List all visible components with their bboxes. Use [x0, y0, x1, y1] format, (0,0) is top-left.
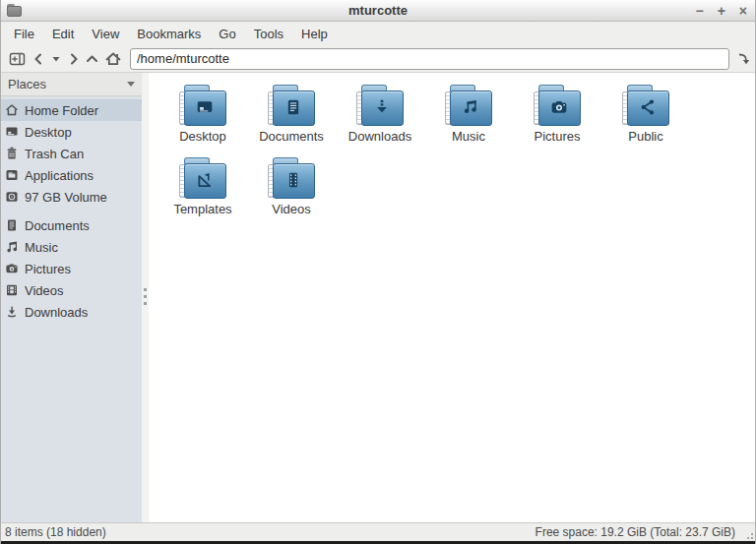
side-pane-header-label: Places [8, 77, 127, 91]
public-share-emblem-icon [639, 98, 657, 116]
trash-icon [5, 147, 19, 160]
sidebar-item-trash-can[interactable]: Trash Can [1, 143, 142, 164]
file-label: Documents [259, 129, 324, 144]
sidebar-item-label: Videos [25, 283, 64, 298]
sidebar-item-label: 97 GB Volume [25, 190, 107, 205]
sidebar-item-label: Documents [25, 218, 90, 233]
free-space-status: Free space: 19.2 GiB (Total: 23.7 GiB) [536, 525, 735, 539]
menu-help[interactable]: Help [292, 24, 337, 44]
sidebar-item-downloads[interactable]: Downloads [1, 301, 142, 323]
sidebar-item-label: Downloads [25, 305, 88, 320]
side-pane: Places Home Folder [1, 73, 142, 522]
folder-view[interactable]: Desktop Documents [149, 73, 755, 522]
templates-emblem-icon [196, 171, 214, 189]
file-item-videos[interactable]: Videos [247, 157, 336, 230]
file-item-desktop[interactable]: Desktop [158, 85, 247, 157]
sidebar-item-music[interactable]: Music [1, 236, 142, 258]
menu-go[interactable]: Go [210, 24, 244, 44]
menu-bar: File Edit View Bookmarks Go Tools Help [1, 22, 755, 45]
documents-folder-icon [268, 85, 315, 126]
resize-grip[interactable] [743, 529, 753, 539]
sidebar-item-label: Home Folder [25, 103, 98, 118]
go-jump-button[interactable] [734, 47, 752, 71]
places-list: Home Folder Desktop [1, 96, 142, 323]
file-item-public[interactable]: Public [601, 85, 690, 157]
file-label: Music [452, 129, 485, 144]
menu-file[interactable]: File [5, 24, 43, 44]
new-tab-button[interactable] [4, 47, 30, 71]
home-icon [5, 103, 19, 117]
menu-tools[interactable]: Tools [245, 24, 292, 44]
title-bar[interactable]: mturcotte − + × [1, 0, 755, 22]
jump-down-arrow-icon [735, 51, 751, 67]
sidebar-item-applications[interactable]: Applications [1, 164, 142, 186]
music-icon [5, 240, 19, 254]
file-label: Desktop [179, 129, 226, 144]
home-icon [104, 51, 122, 67]
videos-emblem-icon [284, 171, 302, 189]
desktop-emblem-icon [196, 98, 214, 116]
file-label: Videos [272, 202, 311, 216]
splitter-grip-icon [144, 288, 147, 309]
pane-splitter[interactable] [142, 73, 149, 522]
videos-folder-icon [268, 157, 315, 199]
file-label: Downloads [348, 129, 411, 144]
volume-icon [5, 190, 19, 204]
music-folder-icon [445, 85, 492, 126]
templates-folder-icon [179, 157, 226, 199]
forward-button[interactable] [65, 47, 83, 71]
desktop-icon [5, 125, 19, 139]
history-dropdown-button[interactable] [47, 47, 65, 71]
sidebar-item-documents[interactable]: Documents [1, 214, 142, 236]
sidebar-item-label: Desktop [25, 125, 72, 140]
sidebar-item-volume[interactable]: 97 GB Volume [1, 186, 142, 208]
applications-icon [5, 168, 19, 182]
chevron-down-icon [50, 53, 62, 65]
desktop-folder-icon [179, 85, 226, 126]
downloads-icon [5, 305, 19, 319]
file-item-templates[interactable]: Templates [158, 157, 247, 230]
sidebar-item-label: Applications [25, 168, 94, 183]
file-item-music[interactable]: Music [424, 85, 513, 157]
close-button[interactable]: × [739, 4, 747, 18]
sidebar-item-desktop[interactable]: Desktop [1, 121, 142, 143]
toolbar [1, 45, 755, 73]
sidebar-item-label: Music [25, 240, 58, 255]
item-count-status: 8 items (18 hidden) [5, 525, 536, 539]
downloads-emblem-icon [373, 98, 391, 116]
sidebar-item-label: Pictures [25, 262, 71, 276]
sidebar-separator [1, 208, 142, 214]
sidebar-item-label: Trash Can [25, 147, 84, 161]
pictures-icon [5, 262, 19, 275]
maximize-button[interactable]: + [718, 4, 725, 18]
path-input[interactable] [130, 48, 729, 70]
file-item-downloads[interactable]: Downloads [336, 85, 424, 157]
back-button[interactable] [30, 47, 47, 71]
file-item-documents[interactable]: Documents [247, 85, 336, 157]
downloads-folder-icon [356, 85, 404, 126]
window-title: mturcotte [1, 3, 755, 18]
up-button[interactable] [83, 47, 100, 71]
home-button[interactable] [100, 47, 126, 71]
sidebar-item-home-folder[interactable]: Home Folder [1, 99, 142, 121]
pictures-folder-icon [534, 85, 581, 126]
minimize-button[interactable]: − [695, 4, 703, 18]
music-emblem-icon [462, 98, 479, 116]
menu-view[interactable]: View [83, 24, 128, 44]
forward-icon [67, 51, 81, 67]
status-bar: 8 items (18 hidden) Free space: 19.2 GiB… [1, 522, 755, 541]
file-item-pictures[interactable]: Pictures [513, 85, 601, 157]
sidebar-item-videos[interactable]: Videos [1, 279, 142, 301]
sidebar-item-pictures[interactable]: Pictures [1, 258, 142, 279]
side-pane-mode-selector[interactable]: Places [1, 73, 142, 96]
menu-bookmarks[interactable]: Bookmarks [128, 24, 210, 44]
file-manager-window: mturcotte − + × File Edit View Bookmarks… [0, 0, 756, 544]
file-label: Pictures [535, 129, 581, 144]
file-label: Templates [173, 202, 231, 216]
menu-edit[interactable]: Edit [43, 24, 83, 44]
content-area: Places Home Folder [1, 73, 755, 522]
documents-icon [5, 218, 19, 232]
public-folder-icon [622, 85, 669, 126]
back-icon [32, 51, 45, 67]
chevron-up-icon [85, 51, 99, 67]
